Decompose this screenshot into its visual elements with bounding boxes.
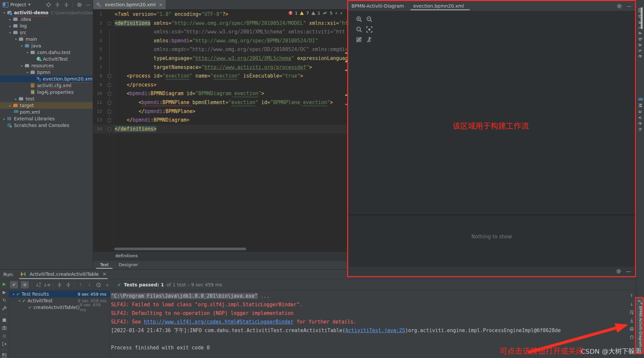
show-ignored-toggle[interactable]: ⊘ (21, 281, 29, 288)
code-line[interactable]: 2<definitions xmlns="http://www.omg.org/… (93, 19, 348, 28)
rerun-icon[interactable]: ▶ (2, 281, 7, 286)
project-tree-item[interactable]: Scratches and Consoles (0, 122, 93, 129)
project-tree-item[interactable]: ▾activiti-demoC:\Users\dashu\Desktop\ (0, 9, 93, 16)
test-settings-icon[interactable] (2, 306, 7, 311)
toggle-anchors-icon[interactable] (366, 36, 373, 43)
open-results-icon[interactable] (2, 341, 7, 346)
gear-icon[interactable] (616, 268, 621, 274)
collapse-all-icon[interactable] (65, 282, 71, 288)
code-line[interactable]: 10 <bpmndi:BPMNDiagram id="BPMNDiagram_e… (93, 89, 348, 98)
locate-file-icon[interactable] (46, 2, 51, 7)
project-tree-item[interactable]: ActivitiTest (0, 56, 93, 62)
sort-by-duration-icon[interactable]: ↓≡ (44, 282, 50, 288)
code-line[interactable]: 13 </bpmndi:BPMNDiagram> (93, 116, 348, 125)
scroll-down-icon[interactable]: ↓ (629, 301, 634, 307)
tree-item-label: bpmn (37, 70, 50, 75)
test-tree-item[interactable]: ▾✔Test Results9 sec 459 ms (9, 291, 110, 297)
annotation-highlight-rect (635, 297, 643, 354)
stripe-button-database[interactable]: Database (636, 8, 644, 61)
project-tree-item[interactable]: ▾main (0, 36, 93, 42)
toggle-grid-icon[interactable] (355, 36, 363, 43)
hide-panel-icon[interactable]: — (85, 2, 91, 7)
project-tree-item[interactable]: ▸test (0, 95, 93, 102)
zoom-out-icon[interactable] (366, 16, 373, 23)
project-tree-item[interactable]: ▸target (0, 102, 93, 109)
previous-occurrence-icon[interactable]: ↑ (78, 282, 83, 288)
center-focus-icon[interactable] (366, 26, 373, 33)
project-tree-item[interactable]: ▸log (0, 23, 93, 29)
zoom-in-icon[interactable] (355, 16, 363, 23)
test-tree-item[interactable]: ✔createActivitiTable()9 sec 459 ms (9, 304, 110, 311)
expand-all-icon[interactable] (55, 2, 60, 7)
code-line[interactable]: 14</definitions> (93, 125, 348, 134)
gear-icon[interactable] (617, 3, 622, 9)
project-tree-item[interactable]: ▾com.dahu.test (0, 49, 93, 56)
project-tree-item[interactable]: ▾resources (0, 62, 93, 69)
test-history-icon[interactable] (95, 282, 101, 288)
thread-dump-icon[interactable] (2, 325, 7, 330)
sort-alphabetically-icon[interactable]: ↓az (35, 282, 41, 288)
attach-debugger-icon[interactable] (2, 333, 7, 338)
clear-console-icon[interactable] (629, 334, 634, 340)
project-tree-item[interactable]: ▾java (0, 42, 93, 49)
hide-panel-icon[interactable]: — (626, 268, 631, 274)
code-line[interactable]: 11 <bpmndi:BPMNPlane bpmnElement="evecti… (93, 98, 348, 107)
code-line[interactable]: 12 </bpmndi:BPMNPlane> (93, 107, 348, 116)
soft-wrap-icon[interactable] (629, 310, 634, 315)
tab-bpmn-activiti-diagram[interactable]: BPMN-Activiti-Diagram (351, 1, 404, 11)
project-panel-title[interactable]: Project (10, 2, 26, 7)
layout-settings-icon[interactable] (2, 353, 7, 358)
code-line[interactable]: 6 typeLanguage="http://www.w3.org/2001/X… (93, 54, 348, 63)
code-line[interactable]: 5 xmlns:omgdc="http://www.omg.org/spec/D… (93, 45, 348, 54)
code-line[interactable]: 8 <process id="evection" name="evection"… (93, 72, 348, 81)
code-line[interactable]: 7 targetNamespace="http://www.activiti.o… (93, 63, 348, 72)
tab-evection-bpmn20-xml[interactable]: evection.bpmn20.xml (413, 1, 464, 11)
tests-passed-icon: ✔ (117, 282, 121, 287)
stop-icon[interactable]: ■ (2, 317, 7, 322)
stripe-button-maven[interactable]: m Maven (636, 96, 644, 134)
console-link[interactable]: http://www.slf4j.org/codes.html#StaticLo… (144, 319, 294, 325)
project-tree-item[interactable]: activiti.cfg.xml (0, 82, 93, 89)
code-line[interactable]: 9 </process> (93, 81, 348, 90)
close-icon[interactable]: ✕ (159, 2, 163, 7)
project-tree-item[interactable]: log4j.properties (0, 89, 93, 95)
horizontal-scrollbar[interactable] (114, 248, 246, 250)
project-tree-item[interactable]: ▾src (0, 29, 93, 36)
project-tree-item[interactable]: pom.xml (0, 109, 93, 115)
project-tree-item[interactable]: ▸.idea (0, 16, 93, 23)
project-tree-item[interactable]: ▸External Libraries (0, 115, 93, 122)
scroll-up-icon[interactable]: ↑ (629, 293, 634, 298)
project-tree-item[interactable]: evection.bpmn20.xml (0, 76, 93, 82)
fit-zoom-icon[interactable] (355, 26, 363, 33)
prev-problem-icon[interactable]: ∧ (335, 11, 338, 15)
code-line[interactable]: 3 xmlns:xsd="http://www.w3.org/2001/XMLS… (93, 28, 348, 36)
gear-icon[interactable] (77, 2, 82, 7)
code-line[interactable]: 4 xmlns:bpmndi="http://www.omg.org/spec/… (93, 36, 348, 45)
annotation-area-note: 该区域用于构建工作流 (453, 120, 529, 131)
tab-designer[interactable]: Designer (119, 260, 138, 269)
inspections-widget[interactable]: ! 1 7 1 ✔✔ 5 ∧ ∨ (289, 9, 343, 17)
auto-rerun-icon[interactable]: ↻ (2, 298, 7, 303)
diagram-canvas[interactable]: 该区域用于构建工作流 (348, 11, 635, 215)
close-icon[interactable]: ✕ (102, 271, 106, 277)
breadcrumb-item[interactable]: definitions (115, 253, 138, 258)
scroll-to-end-icon[interactable] (629, 318, 634, 323)
next-problem-icon[interactable]: ∨ (340, 11, 343, 15)
tree-item-label: target (20, 103, 34, 108)
bpmn-icon (36, 76, 41, 82)
class-icon (36, 56, 41, 62)
show-passed-toggle[interactable]: ✔ (10, 281, 18, 288)
console-link[interactable]: ActivitiTest.java:25 (345, 328, 405, 333)
run-config-tab[interactable]: ActivitiTest.createActivitiTable ✕ (19, 270, 108, 279)
more-actions-icon[interactable]: » (104, 282, 110, 288)
project-tree-item[interactable]: ▾bpmn (0, 69, 93, 76)
expand-all-icon[interactable] (56, 282, 62, 288)
chevron-down-icon[interactable]: ▼ (28, 3, 30, 6)
hide-panel-icon[interactable]: — (626, 3, 632, 9)
next-occurrence-icon[interactable]: ↓ (86, 282, 92, 288)
tab-text[interactable]: Text (100, 260, 109, 269)
collapse-all-icon[interactable] (64, 2, 69, 7)
print-icon[interactable] (629, 326, 634, 331)
editor-tab-evection[interactable]: evection.bpmn20.xml ✕ (93, 0, 166, 9)
code-editor[interactable]: 1<?xml version="1.0" encoding="UTF-8"?>2… (93, 10, 348, 247)
